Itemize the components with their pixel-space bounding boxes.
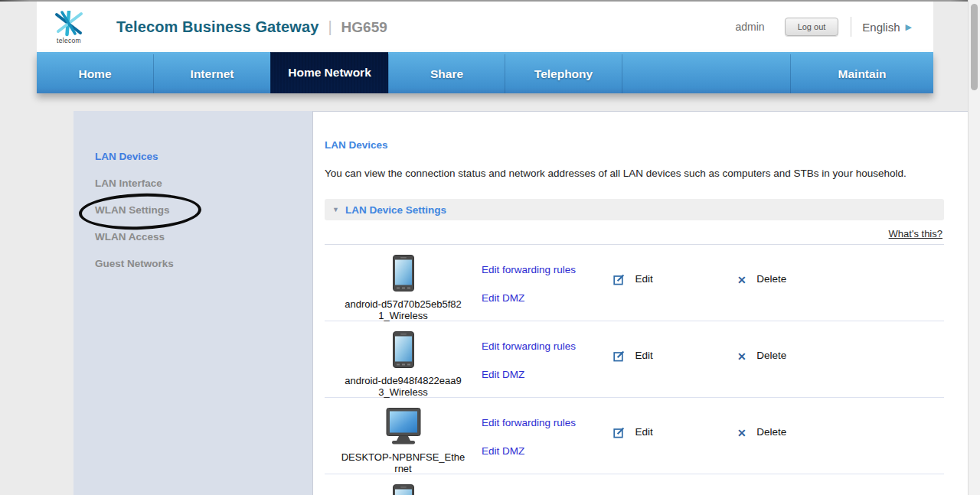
telecom-logo: telecom [47, 9, 90, 44]
language-arrow-icon[interactable]: ▶ [906, 22, 912, 32]
device-name: android-d57d70b25eb5f821_Wireless [325, 298, 482, 321]
edit-forwarding-link[interactable]: Edit forwarding rules [482, 264, 613, 275]
main-panel: LAN Devices You can view the connection … [312, 111, 970, 495]
edit-pencil-icon[interactable] [613, 427, 625, 438]
delete-label[interactable]: Delete [756, 273, 786, 285]
section-title: LAN Devices [325, 139, 944, 151]
sidebar-item-wlan-settings[interactable]: WLAN Settings [74, 197, 312, 223]
delete-label[interactable]: Delete [756, 350, 786, 361]
edit-dmz-link[interactable]: Edit DMZ [482, 369, 613, 380]
tab-telephony[interactable]: Telephony [505, 54, 622, 93]
edit-pencil-icon[interactable] [613, 274, 625, 285]
delete-button[interactable]: ✕ Delete [737, 398, 944, 474]
collapse-triangle-icon: ▼ [332, 206, 339, 213]
delete-label[interactable]: Delete [756, 426, 786, 438]
sidebar: LAN Devices LAN Interface WLAN Settings … [74, 111, 312, 495]
tab-internet[interactable]: Internet [153, 54, 270, 93]
device-row: android-dde948f4822eaa93_Wireless Edit f… [325, 321, 944, 398]
window-top-edge [0, 0, 980, 2]
tab-spacer [622, 54, 790, 93]
tab-home[interactable]: Home [37, 54, 153, 93]
edit-forwarding-link[interactable]: Edit forwarding rules [482, 340, 613, 352]
delete-button[interactable]: ✕ Delete [737, 245, 944, 321]
edit-dmz-link[interactable]: Edit DMZ [482, 445, 613, 457]
main-navbar: Home Internet Home Network Share Telepho… [37, 52, 933, 93]
device-row: DESKTOP-NPBNFSE_Ethernet Edit forwarding… [325, 398, 944, 474]
device-row: android-d57d70b25eb5f821_Wireless Edit f… [325, 245, 944, 321]
tab-share[interactable]: Share [388, 54, 505, 93]
delete-x-icon[interactable]: ✕ [737, 274, 746, 286]
delete-button[interactable]: ✕ Delete [737, 321, 944, 397]
edit-dmz-link[interactable]: Edit DMZ [482, 292, 613, 304]
scrollbar-track[interactable] [968, 0, 980, 495]
device-name: DESKTOP-NPBNFSE_Ethernet [325, 451, 482, 474]
edit-label[interactable]: Edit [635, 426, 652, 438]
sidebar-item-lan-interface[interactable]: LAN Interface [74, 170, 312, 197]
logout-button[interactable]: Log out [785, 18, 839, 36]
desktop-icon [383, 434, 424, 447]
page-title: Telecom Business Gateway [116, 18, 318, 36]
edit-label[interactable]: Edit [635, 273, 652, 285]
lan-device-settings-toggle[interactable]: ▼ LAN Device Settings [325, 199, 944, 220]
delete-button[interactable]: ✕ Delete [737, 474, 944, 495]
delete-x-icon[interactable]: ✕ [737, 350, 746, 363]
sidebar-item-lan-devices[interactable]: LAN Devices [74, 143, 312, 170]
phone-icon [393, 357, 414, 370]
tab-maintain[interactable]: Maintain [790, 54, 933, 93]
header-divider [851, 17, 851, 37]
header: telecom Telecom Business Gateway | HG659… [37, 2, 933, 52]
edit-button[interactable]: Edit [613, 474, 737, 495]
model-number: HG659 [341, 19, 387, 36]
whats-this-link[interactable]: What's this? [889, 228, 942, 239]
device-list: android-d57d70b25eb5f821_Wireless Edit f… [325, 245, 944, 495]
scrollbar-thumb[interactable] [971, 4, 978, 90]
delete-x-icon[interactable]: ✕ [737, 427, 746, 439]
language-selector[interactable]: English [862, 21, 900, 34]
logo-wordmark: telecom [47, 37, 90, 44]
edit-forwarding-link[interactable]: Edit forwarding rules [482, 417, 613, 428]
sidebar-item-wlan-access[interactable]: WLAN Access [74, 223, 312, 250]
edit-button[interactable]: Edit [613, 245, 737, 321]
phone-icon [393, 281, 414, 294]
tab-home-network[interactable]: Home Network [270, 52, 388, 93]
edit-button[interactable]: Edit [613, 398, 737, 474]
username-label: admin [735, 21, 764, 33]
edit-pencil-icon[interactable] [613, 350, 625, 362]
edit-button[interactable]: Edit [613, 321, 737, 397]
title-separator: | [328, 18, 332, 36]
edit-label[interactable]: Edit [635, 350, 652, 361]
sidebar-item-guest-networks[interactable]: Guest Networks [74, 250, 312, 277]
section-description: You can view the connection status and n… [325, 168, 944, 179]
lan-device-settings-label: LAN Device Settings [345, 204, 446, 216]
device-name: android-dde948f4822eaa93_Wireless [325, 375, 482, 398]
device-row: Edit forwarding rules Edit DMZ Edit ✕ De… [325, 474, 944, 495]
spark-logo-icon [51, 11, 87, 38]
